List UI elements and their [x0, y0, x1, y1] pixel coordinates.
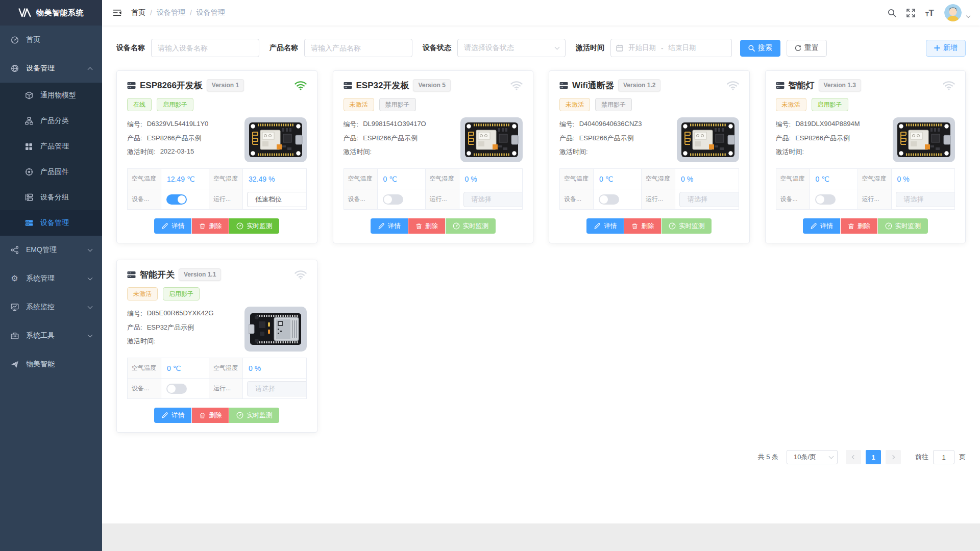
goto-label: 前往	[915, 453, 928, 462]
sidebar: 物美智能系统 首页设备管理通用物模型产品分类产品管理产品固件设备分组设备管理EM…	[0, 0, 102, 551]
device-name-label: 设备名称	[116, 43, 145, 53]
sidebar-item[interactable]: 系统工具	[0, 321, 102, 350]
prev-page-button[interactable]	[846, 450, 861, 464]
user-avatar[interactable]	[944, 4, 962, 21]
chevron-down-icon	[88, 246, 93, 252]
detail-label: 详情	[172, 222, 184, 231]
device-field: 产品:ESP8266产品示例	[559, 134, 673, 143]
delete-label: 删除	[641, 222, 654, 231]
product-name-input[interactable]	[304, 39, 412, 57]
run-mode-label: 运行...	[857, 189, 891, 210]
detail-button[interactable]: 详情	[154, 408, 191, 423]
sidebar-item-label: 系统管理	[26, 274, 88, 283]
card-actions: 详情 删除 实时监测	[344, 218, 523, 234]
sidebar-subitem-label: 设备分组	[40, 193, 92, 202]
breadcrumb-item[interactable]: 设备管理	[197, 8, 225, 17]
device-status-select[interactable]: 请选择设备状态	[457, 39, 566, 57]
delete-button[interactable]: 删除	[408, 218, 445, 234]
device-name-input[interactable]	[151, 39, 259, 57]
run-mode-select[interactable]: 请选择	[679, 192, 739, 207]
sidebar-item[interactable]: ⚙系统管理	[0, 264, 102, 293]
app-logo[interactable]: 物美智能系统	[0, 0, 102, 26]
add-device-button[interactable]: 新增	[926, 40, 966, 57]
next-page-button[interactable]	[886, 450, 901, 464]
field-value: D85E00R65DYXK42G	[147, 309, 214, 318]
sidebar-item[interactable]: 首页	[0, 26, 102, 54]
fullscreen-icon[interactable]	[906, 9, 915, 17]
delete-button[interactable]: 删除	[192, 408, 229, 423]
card-header: ESP8266开发板 Version 1	[127, 79, 307, 91]
realtime-monitor-button[interactable]: 实时监测	[229, 218, 279, 234]
delete-label: 删除	[209, 411, 222, 420]
run-mode-label: 运行...	[209, 189, 243, 210]
detail-button[interactable]: 详情	[803, 218, 840, 234]
current-page[interactable]: 1	[866, 450, 881, 464]
detail-button[interactable]: 详情	[586, 218, 624, 234]
device-type-icon	[344, 81, 352, 90]
device-power-toggle[interactable]	[383, 194, 403, 205]
device-power-toggle[interactable]	[599, 194, 619, 205]
card-body: 编号:D85E00R65DYXK42G产品:ESP32产品示例激活时间:	[127, 305, 307, 352]
sidebar-subitem[interactable]: 设备分组	[0, 185, 102, 210]
goto-page-input[interactable]	[933, 450, 954, 464]
top-navbar: 首页/设备管理/设备管理 TT	[102, 0, 980, 26]
run-mode-select[interactable]: 低速档位	[247, 192, 306, 207]
breadcrumb-item[interactable]: 首页	[131, 8, 145, 17]
device-field: 编号:DL9981541O39417O	[344, 120, 457, 129]
run-mode-select[interactable]: 请选择	[463, 192, 523, 207]
sidebar-subitem[interactable]: 产品固件	[0, 159, 102, 185]
sidebar-item[interactable]: 系统监控	[0, 293, 102, 321]
sidebar-item-label: 系统监控	[26, 303, 88, 312]
sidebar-item[interactable]: EMQ管理	[0, 236, 102, 264]
monitor-label: 实时监测	[247, 222, 272, 231]
card-tags: 未激活 禁用影子	[559, 98, 739, 111]
realtime-monitor-button[interactable]: 实时监测	[229, 408, 279, 423]
device-fields: 编号:D85E00R65DYXK42G产品:ESP32产品示例激活时间:	[127, 305, 240, 352]
dashboard-icon	[10, 36, 19, 44]
chevron-down-icon	[88, 275, 93, 280]
breadcrumb-item[interactable]: 设备管理	[157, 8, 185, 17]
font-size-icon[interactable]: TT	[925, 9, 934, 17]
caret-down-icon[interactable]	[967, 10, 970, 19]
realtime-monitor-button[interactable]: 实时监测	[662, 218, 712, 234]
device-title: Wifi通断器	[572, 80, 614, 91]
sidebar-subitem[interactable]: 通用物模型	[0, 83, 102, 108]
active-time-range-picker[interactable]: 开始日期 - 结束日期	[610, 39, 732, 57]
sidebar-item[interactable]: 设备管理	[0, 54, 102, 83]
device-power-toggle[interactable]	[166, 384, 187, 394]
realtime-monitor-button[interactable]: 实时监测	[446, 218, 496, 234]
field-label: 编号:	[344, 120, 359, 129]
reset-button[interactable]: 重置	[787, 40, 827, 57]
sitemap-icon	[24, 117, 33, 126]
run-mode-select[interactable]: 请选择	[896, 192, 955, 207]
detail-button[interactable]: 详情	[371, 218, 408, 234]
delete-button[interactable]: 删除	[841, 218, 877, 234]
delete-button[interactable]: 删除	[624, 218, 661, 234]
realtime-monitor-button[interactable]: 实时监测	[878, 218, 928, 234]
search-icon[interactable]	[888, 9, 896, 17]
monitor-label: 实时监测	[895, 222, 921, 231]
sidebar-toggle-icon[interactable]	[112, 8, 122, 17]
search-button[interactable]: 搜索	[740, 40, 780, 57]
run-mode-label: 运行...	[209, 379, 243, 399]
sidebar-item-label: EMQ管理	[26, 245, 88, 255]
device-type-icon	[127, 270, 136, 279]
app-root: 物美智能系统 首页设备管理通用物模型产品分类产品管理产品固件设备分组设备管理EM…	[0, 0, 980, 551]
device-fields: 编号:D6329VL54419L1Y0产品:ESP8266产品示例激活时间:20…	[127, 115, 240, 162]
version-badge: Version 1.1	[179, 268, 221, 281]
device-image	[244, 117, 307, 162]
detail-button[interactable]: 详情	[154, 218, 191, 234]
delete-button[interactable]: 删除	[192, 218, 229, 234]
device-power-toggle[interactable]	[166, 194, 187, 205]
sidebar-item-label: 设备管理	[26, 64, 88, 73]
page-size-select[interactable]: 10条/页	[787, 450, 838, 464]
sidebar-subitem[interactable]: 产品管理	[0, 134, 102, 159]
grid-icon	[24, 142, 33, 151]
sidebar-subitem[interactable]: 产品分类	[0, 108, 102, 134]
device-power-toggle[interactable]	[815, 194, 836, 205]
temp-label: 空气温度	[128, 169, 161, 189]
sidebar-subitem[interactable]: 设备管理	[0, 210, 102, 236]
sidebar-item[interactable]: 物美智能	[0, 350, 102, 379]
run-mode-select[interactable]: 请选择	[247, 381, 306, 396]
breadcrumb-separator: /	[150, 9, 152, 17]
